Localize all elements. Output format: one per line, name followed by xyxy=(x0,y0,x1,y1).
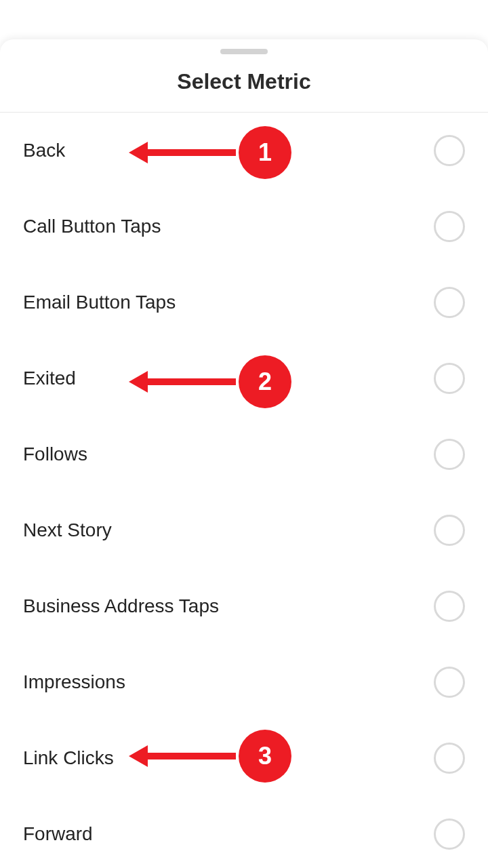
select-metric-sheet: Select Metric Back Call Button Taps Emai… xyxy=(0,39,488,868)
metric-option-email-button-taps[interactable]: Email Button Taps xyxy=(0,264,488,340)
radio-unchecked-icon[interactable] xyxy=(434,439,465,470)
radio-unchecked-icon[interactable] xyxy=(434,211,465,242)
metric-option-label: Forward xyxy=(23,823,93,845)
metric-option-forward[interactable]: Forward xyxy=(0,796,488,868)
metric-option-label: Next Story xyxy=(23,519,112,541)
metric-option-impressions[interactable]: Impressions xyxy=(0,644,488,720)
metric-option-label: Call Button Taps xyxy=(23,216,161,237)
metric-option-exited[interactable]: Exited xyxy=(0,340,488,416)
metric-option-label: Exited xyxy=(23,368,76,389)
metric-option-back[interactable]: Back xyxy=(0,113,488,189)
metric-list: Back Call Button Taps Email Button Taps … xyxy=(0,113,488,868)
radio-unchecked-icon[interactable] xyxy=(434,743,465,774)
metric-option-label: Follows xyxy=(23,443,87,465)
metric-option-call-button-taps[interactable]: Call Button Taps xyxy=(0,189,488,264)
radio-unchecked-icon[interactable] xyxy=(434,591,465,622)
metric-option-business-address-taps[interactable]: Business Address Taps xyxy=(0,568,488,644)
sheet-title: Select Metric xyxy=(0,54,488,113)
metric-option-label: Business Address Taps xyxy=(23,595,219,617)
metric-option-next-story[interactable]: Next Story xyxy=(0,492,488,568)
metric-option-label: Back xyxy=(23,140,65,161)
metric-option-label: Email Button Taps xyxy=(23,292,176,313)
radio-unchecked-icon[interactable] xyxy=(434,363,465,394)
metric-option-label: Impressions xyxy=(23,671,125,693)
sheet-drag-handle[interactable] xyxy=(220,49,268,54)
radio-unchecked-icon[interactable] xyxy=(434,667,465,698)
radio-unchecked-icon[interactable] xyxy=(434,135,465,166)
radio-unchecked-icon[interactable] xyxy=(434,818,465,850)
metric-option-follows[interactable]: Follows xyxy=(0,416,488,492)
metric-option-label: Link Clicks xyxy=(23,747,114,769)
radio-unchecked-icon[interactable] xyxy=(434,515,465,546)
radio-unchecked-icon[interactable] xyxy=(434,287,465,318)
metric-option-link-clicks[interactable]: Link Clicks xyxy=(0,720,488,796)
